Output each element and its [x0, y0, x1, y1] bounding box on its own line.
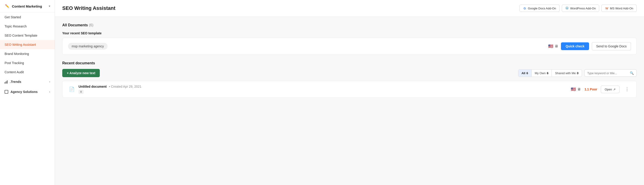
doc-flag-icon: 🇺🇸 — [571, 87, 576, 92]
search-input[interactable] — [587, 72, 628, 75]
sidebar-item-trends[interactable]: .Trends › — [0, 77, 55, 87]
doc-date: • Created Apr 29, 2021 — [109, 85, 142, 88]
doc-tags: it — [78, 90, 142, 94]
chevron-right-icon-agency: › — [49, 90, 50, 94]
flag-device-group: 🇺🇸 🖥 — [548, 44, 558, 49]
flag-icon: 🇺🇸 — [548, 44, 553, 49]
seo-template-label: Your recent SEO template — [62, 31, 637, 35]
template-actions: 🇺🇸 🖥 Quick check Send to Google Docs — [548, 42, 631, 50]
sidebar-item-topic-research[interactable]: Topic Research — [0, 22, 55, 31]
wordpress-addon-button[interactable]: Ⓦ WordPress Add-On — [562, 4, 599, 12]
monitor-icon: 🖥 — [554, 44, 558, 48]
wordpress-addon-label: WordPress Add-On — [570, 7, 596, 10]
filter-tab-all[interactable]: All 6 — [518, 70, 532, 77]
doc-right: 🇺🇸 🖥 1.1 Poor Open ↗ ⋮ — [571, 86, 631, 93]
msword-addon-label: MS Word Add-On — [610, 7, 633, 10]
chevron-down-icon: ▾ — [49, 4, 50, 8]
filter-myown-count: 6 — [547, 72, 548, 75]
sidebar-item-agency-solutions[interactable]: Agency Solutions › — [0, 87, 55, 97]
seo-template-card: msp marketing agency 🇺🇸 🖥 Quick check Se… — [62, 38, 637, 55]
filter-all-count: 6 — [526, 72, 528, 75]
sidebar-section-label: Content Marketing — [12, 4, 42, 8]
sidebar-section-content-marketing[interactable]: ✏️ Content Marketing ▾ — [0, 0, 55, 12]
msword-icon: W — [605, 6, 608, 10]
bar-chart-icon — [4, 80, 8, 84]
wordpress-icon: Ⓦ — [565, 6, 569, 10]
external-link-icon: ↗ — [613, 88, 616, 91]
search-box: 🔍 — [584, 70, 637, 77]
table-row: 📄 Untitled document • Created Apr 29, 20… — [62, 81, 636, 98]
more-options-button[interactable]: ⋮ — [623, 86, 631, 93]
msword-addon-button[interactable]: W MS Word Add-On — [602, 4, 637, 12]
doc-score: 1.1 Poor — [584, 88, 597, 91]
chevron-right-icon: › — [49, 80, 50, 83]
agency-label: Agency Solutions — [10, 90, 38, 94]
recent-docs-header: Recent documents — [62, 61, 637, 65]
template-keyword: msp marketing agency — [68, 43, 108, 50]
main-content: SEO Writing Assistant G Google Docs Add-… — [55, 0, 644, 185]
recent-docs-section: Recent documents + Analyze new text All … — [62, 61, 637, 98]
doc-info: Untitled document • Created Apr 29, 2021… — [78, 85, 142, 94]
filter-myown-label: My Own — [535, 72, 546, 75]
filter-tab-my-own[interactable]: My Own 6 — [532, 70, 552, 77]
filter-tabs: All 6 My Own 6 Shared with Me 0 — [518, 70, 582, 77]
google-docs-icon: G — [523, 6, 526, 10]
sidebar-item-seo-content-template[interactable]: SEO Content Template — [0, 31, 55, 40]
google-docs-addon-button[interactable]: G Google Docs Add-On — [520, 4, 560, 12]
doc-title: Untitled document — [78, 85, 107, 88]
analyze-new-text-button[interactable]: + Analyze new text — [62, 69, 100, 77]
edit-icon: ✏️ — [4, 4, 10, 9]
search-icon: 🔍 — [630, 71, 634, 75]
doc-monitor-icon: 🖥 — [577, 87, 581, 91]
addon-buttons-group: G Google Docs Add-On Ⓦ WordPress Add-On … — [520, 4, 637, 12]
send-to-google-docs-button[interactable]: Send to Google Docs — [592, 42, 631, 50]
sidebar: ✏️ Content Marketing ▾ Get Started Topic… — [0, 0, 55, 185]
documents-count: (6) — [89, 23, 93, 27]
open-document-button[interactable]: Open ↗ — [601, 86, 620, 93]
document-file-icon: 📄 — [68, 86, 75, 93]
main-body: All Documents (6) Your recent SEO templa… — [55, 17, 644, 104]
filter-all-label: All — [522, 72, 526, 75]
page-title: SEO Writing Assistant — [62, 5, 115, 11]
documents-table: 📄 Untitled document • Created Apr 29, 20… — [62, 81, 637, 98]
agency-doc-icon — [4, 90, 8, 94]
doc-flag-device: 🇺🇸 🖥 — [571, 87, 581, 92]
doc-title-row: Untitled document • Created Apr 29, 2021 — [78, 85, 142, 88]
doc-tag-it: it — [78, 90, 84, 94]
filter-tab-shared[interactable]: Shared with Me 0 — [552, 70, 582, 77]
sidebar-item-get-started[interactable]: Get Started — [0, 12, 55, 22]
recent-docs-controls: + Analyze new text All 6 My Own 6 Shared… — [62, 69, 637, 77]
main-header: SEO Writing Assistant G Google Docs Add-… — [55, 0, 644, 17]
all-documents-title: All Documents (6) — [62, 23, 637, 27]
google-docs-addon-label: Google Docs Add-On — [528, 7, 556, 10]
filter-shared-count: 0 — [577, 72, 578, 75]
sidebar-item-content-audit[interactable]: Content Audit — [0, 68, 55, 77]
seo-template-section: Your recent SEO template msp marketing a… — [62, 31, 637, 55]
sidebar-item-brand-monitoring[interactable]: Brand Monitoring — [0, 49, 55, 58]
trends-label: .Trends — [10, 80, 21, 84]
sidebar-item-seo-writing-assistant[interactable]: SEO Writing Assistant — [0, 40, 55, 49]
filter-shared-label: Shared with Me — [555, 72, 576, 75]
quick-check-button[interactable]: Quick check — [561, 42, 589, 50]
sidebar-item-post-tracking[interactable]: Post Tracking — [0, 58, 55, 68]
